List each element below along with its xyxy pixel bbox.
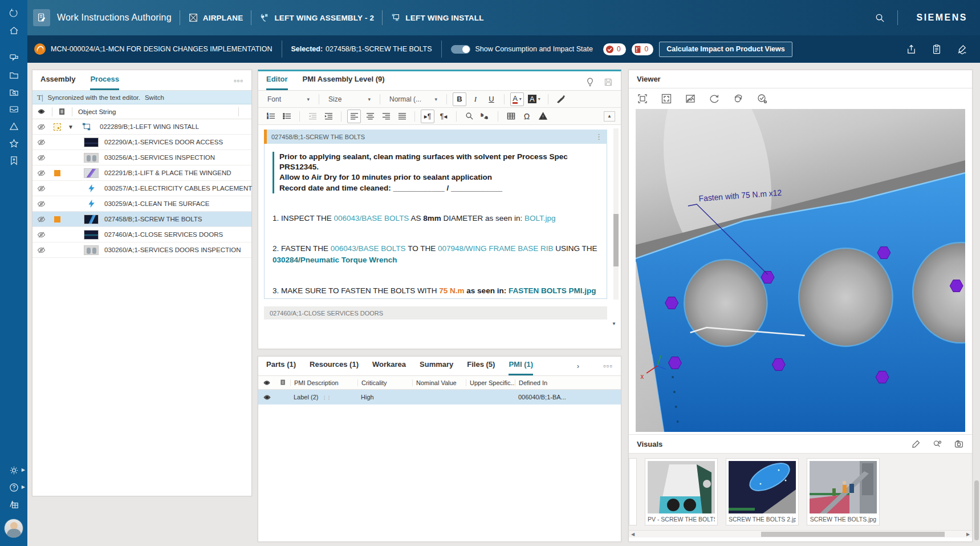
align-center-icon[interactable] [363,110,377,123]
tree-row[interactable]: 030259/A;1-CLEAN THE SURFACE [32,196,251,212]
visibility-eye-slash-icon[interactable] [32,184,50,193]
tree-row[interactable]: 030256/A;1-SERVICES INSPECTION [32,150,251,165]
search-icon[interactable] [870,13,889,23]
alerts-icon[interactable] [0,118,27,135]
tree-row[interactable]: 030257/A;1-ELECTRICITY CABLES PLACEMENT [32,181,251,196]
visual-card[interactable]: PV - SCREW THE BOLTS [645,458,718,525]
calculate-impact-button[interactable]: Calculate Impact on Product Views [659,42,792,57]
visibility-eye-slash-icon[interactable] [32,138,50,147]
object-link[interactable]: 006043/BASE BOLTS [331,244,406,253]
visual-card[interactable]: SCREW THE BOLTS.jpg [807,458,880,525]
workspace-layout-icon[interactable] [0,496,27,513]
tab-editor[interactable]: Editor [266,75,288,90]
history-back-icon[interactable] [0,5,27,22]
visibility-eye-slash-icon[interactable] [32,123,50,131]
ordered-list-icon[interactable]: 12 [264,110,278,123]
tab-files-5-[interactable]: Files (5) [467,360,495,375]
instruction-step[interactable]: 3. MAKE SURE TO FASTEN THE BOLTS WITH 75… [273,285,600,297]
font-family-select[interactable]: Font▾ [264,93,313,106]
sync-switch-link[interactable]: Switch [145,94,164,101]
paragraph-style-select[interactable]: Normal (...▾ [386,93,441,106]
bold-button[interactable]: B [453,92,466,106]
messages-icon[interactable] [0,49,27,66]
consumption-status-badge[interactable]: 0 [603,43,626,55]
scroll-right-icon[interactable]: ▶ [964,532,972,537]
detail-panel-menu-icon[interactable]: ▫▫▫ [603,362,613,375]
collapse-toolbar-button[interactable]: ▲ [604,111,615,122]
visual-card[interactable]: SCREW THE BOLTS 2.jpg [726,458,799,525]
align-justify-icon[interactable] [395,110,409,123]
tab-workarea[interactable]: Workarea [372,360,406,375]
3d-viewport[interactable]: Fasten with 75 N.m x12 x [636,109,965,432]
tab-pmi-1-[interactable]: PMI (1) [509,360,533,375]
visibility-eye-slash-icon[interactable] [32,230,50,239]
object-link[interactable]: FASTEN BOLTS PMI.jpg [509,286,596,295]
column-header[interactable]: Nominal Value [412,379,466,386]
home-icon[interactable] [0,22,27,39]
special-character-icon[interactable]: Ω [520,110,534,123]
tree-panel-menu-icon[interactable]: ▫▫▫ [234,76,243,90]
impact-status-badge[interactable]: 0 [632,43,654,55]
tree-row[interactable]: 022291/B;1-LIFT & PLACE THE WINGEND [32,165,251,181]
export-icon[interactable] [906,44,917,55]
step-menu-icon[interactable]: ⋮ [595,132,603,141]
visibility-eye-slash-icon[interactable] [32,200,50,208]
report-clipboard-icon[interactable] [932,44,942,55]
tab-assembly[interactable]: Assembly [40,75,75,90]
tree-row[interactable]: 027460/A;1-CLOSE SERVICES DOORS [32,227,251,242]
folder-search-icon[interactable] [0,83,27,100]
toggle-images-icon[interactable] [685,93,696,104]
breadcrumb-assembly[interactable]: LEFT WING ASSEMBLY - 2 [259,13,374,23]
help-expand-arrow[interactable]: ▶ [22,484,25,490]
column-header[interactable]: PMI Description [290,379,357,386]
show-consumption-toggle[interactable] [451,45,470,54]
insert-table-icon[interactable] [504,110,518,123]
visibility-eye-slash-icon[interactable] [32,169,50,177]
validate-check-icon[interactable] [757,93,768,104]
editor-scrollbar[interactable] [613,128,619,300]
step-text-content[interactable]: Prior to applying sealant, clean mating … [264,144,607,299]
copy-column-icon[interactable] [275,379,290,386]
highlight-color-button[interactable]: A▾ [526,92,542,106]
app-logo-icon[interactable] [33,9,50,26]
visibility-eye-slash-icon[interactable] [32,215,50,224]
inbox-icon[interactable] [0,100,27,118]
tab-resources-1-[interactable]: Resources (1) [310,360,359,375]
folder-icon[interactable] [0,66,27,83]
align-left-icon[interactable] [347,110,361,123]
next-step-header[interactable]: 027460/A;1-CLOSE SERVICES DOORS [264,306,607,319]
tab-summary[interactable]: Summary [420,360,453,375]
text-direction-ltr-icon[interactable]: ▸¶ [421,110,434,123]
tree-row[interactable]: 022290/A;1-SERVICES DOOR ACCESS [32,135,251,150]
edit-visual-icon[interactable] [911,439,921,449]
object-link[interactable]: 007948/WING FRAME BASE RIB [438,244,554,253]
visibility-eye-slash-icon[interactable] [32,246,50,254]
bullet-list-icon[interactable] [280,110,294,123]
column-header[interactable]: Upper Specific... [466,379,515,386]
align-right-icon[interactable] [379,110,393,123]
column-header[interactable]: Defined In [515,379,574,386]
settings-gear-icon[interactable]: ▶ [0,462,27,479]
capture-snapshot-icon[interactable] [954,439,964,449]
object-link[interactable]: 006043/BASE BOLTS [334,214,409,223]
tree-row[interactable]: ▼022289/B;1-LEFT WING INSTALL [32,119,251,135]
favorites-icon[interactable] [0,135,27,152]
pmi-table-row[interactable]: Label (2)⋮⋮High006040/B;1-BA... [258,390,621,405]
text-direction-rtl-icon[interactable]: ¶◂ [437,110,450,123]
tab-pmi-assembly-level[interactable]: PMI Assembly Level (9) [303,75,385,90]
underline-button[interactable]: U [485,92,498,106]
visibility-column-eye-icon[interactable] [32,107,50,116]
object-link[interactable]: BOLT.jpg [524,214,556,223]
signature-pen-icon[interactable] [957,44,967,55]
indent-icon[interactable] [322,110,335,123]
fit-to-view-icon[interactable] [661,93,672,104]
visibility-column-eye-icon[interactable] [258,379,275,387]
column-header[interactable]: Criticality [357,379,412,386]
visual-search-icon[interactable] [932,439,942,449]
user-avatar[interactable] [4,519,23,538]
scroll-down-icon[interactable]: ▼ [609,319,619,327]
tree-row[interactable]: 030260/A;1-SERVICES DOORS INSPECTION [32,242,251,258]
tree-row[interactable]: 027458/B;1-SCREW THE BOLTS [32,212,251,227]
outdent-icon[interactable] [306,110,319,123]
font-size-select[interactable]: Size▾ [325,93,374,106]
